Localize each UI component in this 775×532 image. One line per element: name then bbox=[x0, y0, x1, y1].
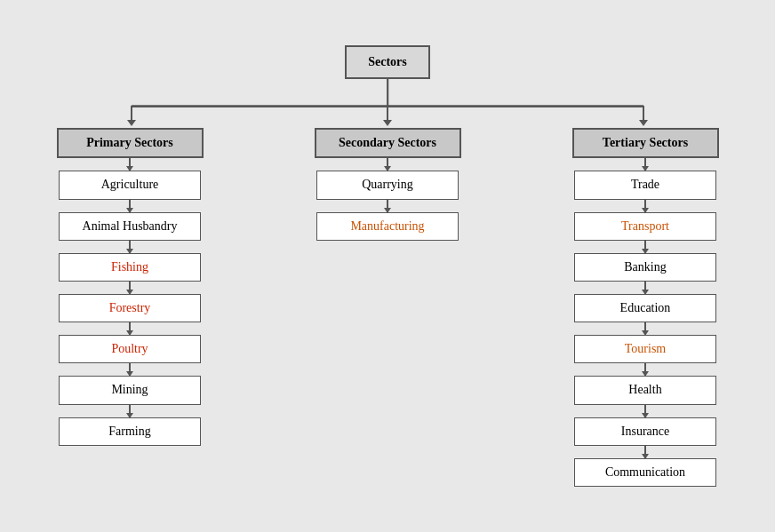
list-item: Tourism bbox=[574, 335, 716, 363]
arrow bbox=[644, 446, 646, 458]
list-item: Banking bbox=[574, 253, 716, 282]
tertiary-header: Tertiary Sectors bbox=[572, 128, 719, 158]
list-item: Forestry bbox=[59, 294, 201, 322]
list-item: Fishing bbox=[59, 253, 201, 282]
arrow bbox=[644, 241, 646, 253]
arrow bbox=[387, 200, 388, 212]
arrow bbox=[129, 282, 131, 294]
list-item: Insurance bbox=[574, 417, 716, 446]
list-item: Manufacturing bbox=[316, 212, 459, 241]
list-item: Trade bbox=[574, 171, 716, 199]
arrow bbox=[129, 405, 131, 417]
arrow bbox=[129, 200, 131, 212]
arrow bbox=[644, 200, 646, 212]
list-item: Communication bbox=[574, 458, 716, 487]
arrow bbox=[644, 363, 646, 376]
list-item: Poultry bbox=[59, 335, 201, 363]
list-item: Agriculture bbox=[59, 171, 201, 199]
diagram: Sectors bbox=[23, 28, 752, 504]
list-item: Transport bbox=[574, 212, 716, 241]
list-item: Education bbox=[574, 294, 716, 322]
list-item: Farming bbox=[59, 417, 201, 446]
secondary-column: Secondary Sectors Quarrying Manufacturin… bbox=[290, 128, 485, 241]
primary-column: Primary Sectors Agriculture Animal Husba… bbox=[32, 128, 228, 446]
arrow bbox=[644, 322, 646, 335]
list-item: Mining bbox=[59, 376, 201, 404]
list-item: Quarrying bbox=[316, 171, 459, 199]
arrow bbox=[387, 158, 388, 171]
arrow bbox=[129, 158, 131, 171]
arrow bbox=[644, 405, 646, 417]
arrow bbox=[644, 158, 646, 171]
secondary-header: Secondary Sectors bbox=[315, 128, 461, 158]
arrow bbox=[644, 282, 646, 294]
arrow bbox=[129, 241, 131, 253]
primary-header: Primary Sectors bbox=[57, 128, 204, 158]
root-node: Sectors bbox=[345, 45, 430, 79]
list-item: Animal Husbandry bbox=[59, 212, 201, 241]
arrow bbox=[129, 363, 131, 376]
arrow bbox=[129, 322, 131, 335]
tertiary-column: Tertiary Sectors Trade Transport Banking… bbox=[547, 128, 743, 487]
list-item: Health bbox=[574, 376, 716, 404]
